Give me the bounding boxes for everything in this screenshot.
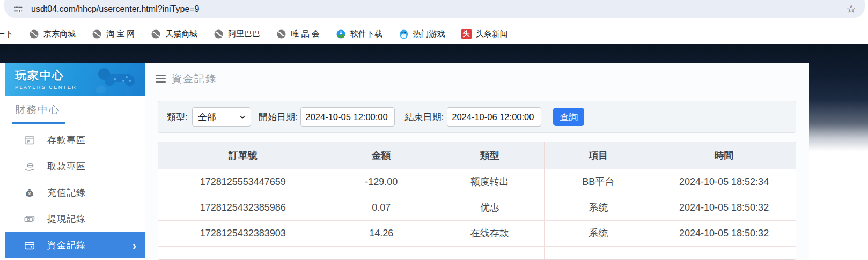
sidebar-item-withdraw[interactable]: 取款專區 [5, 153, 145, 180]
type-select-value: 全部 [198, 111, 216, 123]
sidebar-item-label: 資金記錄 [47, 239, 86, 251]
svg-text:¥: ¥ [28, 191, 31, 196]
bookmark-item-toutiao[interactable]: 头 头条新闻 [461, 29, 508, 39]
cell-order-number: 1728125432385986 [158, 195, 328, 220]
cell-item: BB平台 [545, 169, 652, 195]
cell-time: 2024-10-05 18:52:34 [652, 169, 796, 195]
end-date-label: 結束日期: [404, 111, 444, 123]
cell-item: 系统 [545, 220, 652, 246]
cell-order-number: 1728125553447659 [158, 169, 328, 195]
sidebar-item-label: 取款專區 [47, 160, 86, 173]
bookmark-label: 一下 [0, 29, 13, 39]
bookmark-item-alibaba[interactable]: 阿里巴巴 [214, 29, 260, 39]
chevron-right-icon: › [133, 240, 136, 251]
start-date-input[interactable] [300, 107, 395, 127]
bookmark-item-games[interactable]: 热门游戏 [399, 29, 445, 39]
bookmark-item-jd[interactable]: 京东商城 [29, 29, 76, 39]
cell-order-number: 1728125432383903 [158, 220, 328, 246]
bookmark-label: 京东商城 [43, 29, 76, 39]
cell-amount: -129.00 [328, 169, 435, 195]
bookmark-label: 淘 宝 网 [106, 29, 135, 39]
bookmark-label: 天猫商城 [165, 29, 197, 39]
cell-type: 额度转出 [435, 169, 545, 195]
col-amount: 金額 [328, 142, 435, 169]
filter-bar: 類型: 全部 開始日期: 結束日期: 查詢 [158, 101, 796, 133]
hamburger-menu-icon[interactable] [156, 75, 166, 83]
table-header-row: 訂單號 金額 類型 項目 時間 [158, 142, 796, 169]
bookmark-item-tmall[interactable]: 天猫商城 [151, 29, 197, 39]
deposit-icon [24, 135, 35, 146]
bookmarks-bar: 一下 京东商城 淘 宝 网 天猫商城 阿里巴巴 唯 品 会 软件下载 热门游戏 … [0, 24, 868, 44]
globe-icon [276, 29, 286, 39]
software-download-icon [336, 29, 346, 39]
col-type: 類型 [435, 142, 545, 169]
start-date-label: 開始日期: [259, 111, 298, 123]
address-bar[interactable]: usdt04.com/hhcp/usercenter.html?iniType=… [4, 0, 865, 18]
finance-center-label: 財務中心 [15, 103, 145, 117]
withdraw-icon [24, 161, 35, 173]
bookmark-item-taobao[interactable]: 淘 宝 网 [92, 29, 135, 39]
globe-icon [29, 29, 39, 39]
sidebar-item-label: 充值記錄 [47, 187, 86, 199]
left-gutter [0, 63, 5, 260]
search-button[interactable]: 查詢 [553, 108, 584, 126]
sidebar-item-withdrawal-records[interactable]: 提現記錄 [5, 206, 145, 232]
sidebar-item-label: 提現記錄 [47, 213, 86, 225]
cell-item: 系统 [545, 195, 652, 220]
type-label: 類型: [167, 111, 188, 123]
col-time: 時間 [652, 142, 796, 169]
bookmark-label: 头条新闻 [476, 29, 508, 39]
banknotes-icon [24, 213, 35, 225]
cell-type: 优惠 [435, 195, 545, 220]
end-date-input[interactable] [447, 107, 541, 127]
sidebar-menu: 存款專區 取款專區 ¥ 充值記錄 提現記錄 資金記錄 › [5, 127, 145, 258]
globe-icon [214, 29, 224, 39]
chevron-down-icon [239, 113, 246, 121]
cell-type: 在线存款 [435, 220, 545, 246]
cell-time: 2024-10-05 18:50:32 [652, 220, 796, 246]
globe-icon [92, 29, 102, 39]
browser-toolbar: usdt04.com/hhcp/usercenter.html?iniType=… [0, 0, 868, 24]
sidebar-section: 財務中心 [5, 96, 145, 124]
col-item: 項目 [545, 142, 652, 169]
table-row: 1728125432383903 14.26 在线存款 系统 2024-10-0… [158, 220, 796, 246]
sidebar-item-label: 存款專區 [47, 134, 86, 146]
bookmark-item-software[interactable]: 软件下载 [336, 29, 382, 39]
bookmark-star-icon[interactable]: ☆ [846, 3, 856, 14]
col-order-number: 訂單號 [158, 142, 328, 169]
section-underline [12, 122, 65, 124]
bookmark-label: 阿里巴巴 [228, 29, 260, 39]
url-text[interactable]: usdt04.com/hhcp/usercenter.html?iniType=… [31, 4, 846, 14]
globe-icon [151, 29, 161, 39]
bookmark-label: 唯 品 会 [291, 29, 319, 39]
cell-time: 2024-10-05 18:50:32 [652, 195, 796, 220]
type-select[interactable]: 全部 [192, 107, 251, 127]
bookmark-label: 软件下载 [350, 29, 382, 39]
gamepad-icon [91, 66, 141, 95]
table-row-partial [158, 246, 796, 259]
bookmark-item-vip[interactable]: 唯 品 会 [276, 29, 319, 39]
fund-records-table: 訂單號 金額 類型 項目 時間 1728125553447659 -129.00… [158, 142, 796, 260]
wallet-icon [24, 240, 35, 251]
main-panel: 資金記錄 類型: 全部 開始日期: 結束日期: 查詢 訂單號 金額 類型 項目 … [145, 63, 809, 260]
sidebar-item-deposit[interactable]: 存款專區 [5, 127, 145, 153]
main-header: 資金記錄 [156, 72, 217, 86]
penguin-game-icon [399, 29, 409, 39]
sidebar: 玩家中心 PLAYERS CENTER 財務中心 存款專區 取款專 [5, 63, 145, 260]
cell-amount: 0.07 [328, 195, 435, 220]
money-bag-icon: ¥ [24, 187, 35, 199]
table-row: 1728125432385986 0.07 优惠 系统 2024-10-05 1… [158, 195, 796, 220]
sidebar-header: 玩家中心 PLAYERS CENTER [5, 63, 145, 96]
sidebar-item-recharge[interactable]: ¥ 充值記錄 [5, 180, 145, 206]
sidebar-item-fund-records[interactable]: 資金記錄 › [5, 232, 145, 258]
cell-amount: 14.26 [328, 220, 435, 246]
table-row: 1728125553447659 -129.00 额度转出 BB平台 2024-… [158, 169, 796, 195]
site-settings-icon[interactable] [13, 4, 24, 14]
bookmark-label: 热门游戏 [413, 29, 445, 39]
page-title: 資金記錄 [172, 72, 217, 86]
toutiao-icon: 头 [461, 29, 472, 39]
bookmark-item[interactable]: 一下 [0, 29, 13, 39]
